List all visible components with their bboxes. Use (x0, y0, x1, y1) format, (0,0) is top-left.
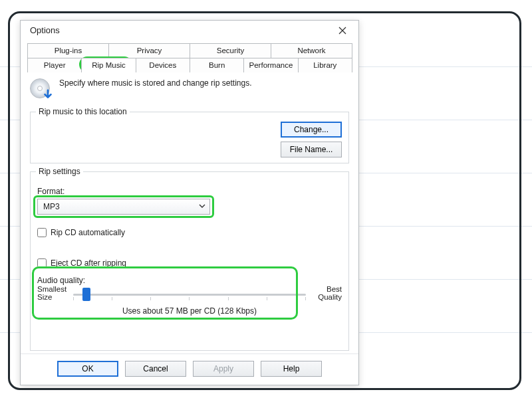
dialog-buttons: OK Cancel Apply Help (21, 353, 358, 385)
aq-left-2: Size (37, 293, 52, 301)
help-button[interactable]: Help (261, 361, 322, 377)
tabstrip: Plug-ins Privacy Security Network Player… (27, 43, 352, 72)
chevron-down-icon (199, 202, 205, 211)
apply-button[interactable]: Apply (193, 361, 254, 377)
format-select[interactable]: MP3 (37, 199, 210, 215)
eject-label: Eject CD after ripping (51, 258, 126, 268)
close-button[interactable] (331, 23, 354, 39)
audio-quality-slider[interactable] (73, 288, 306, 302)
eject-checkbox[interactable] (37, 258, 47, 268)
group-rip-settings-legend: Rip settings (36, 167, 83, 176)
info-text: Specify where music is stored and change… (59, 78, 251, 88)
rip-cd-icon (30, 78, 53, 101)
dialog-title: Options (30, 25, 60, 35)
rip-auto-label: Rip CD automatically (51, 228, 125, 237)
tab-plugins[interactable]: Plug-ins (27, 43, 109, 58)
rip-auto-checkbox[interactable] (37, 228, 47, 237)
aq-right-2: Quality (318, 293, 342, 301)
tab-privacy[interactable]: Privacy (108, 43, 190, 58)
group-audio-quality: Audio quality: Smallest Size (37, 269, 342, 316)
tab-content: Specify where music is stored and change… (21, 72, 358, 353)
group-rip-settings: Rip settings Format: MP3 Rip CD automati… (30, 171, 349, 351)
rip-auto-row[interactable]: Rip CD automatically (37, 228, 342, 237)
slider-thumb[interactable] (82, 288, 90, 301)
tab-security[interactable]: Security (190, 43, 271, 58)
tab-burn[interactable]: Burn (190, 58, 244, 72)
tab-rip-music[interactable]: Rip Music (81, 58, 136, 72)
titlebar: Options (21, 21, 358, 41)
audio-quality-caption: Uses about 57 MB per CD (128 Kbps) (37, 306, 342, 316)
format-value: MP3 (43, 202, 60, 211)
close-icon (338, 27, 346, 35)
tab-network[interactable]: Network (271, 43, 352, 58)
audio-quality-legend: Audio quality: (37, 276, 342, 285)
aq-left-1: Smallest (37, 285, 66, 293)
tab-performance[interactable]: Performance (243, 58, 298, 72)
tab-player[interactable]: Player (27, 58, 82, 72)
aq-right-1: Best (327, 285, 342, 293)
change-button[interactable]: Change... (281, 122, 342, 138)
eject-row[interactable]: Eject CD after ripping (37, 258, 342, 268)
cancel-button[interactable]: Cancel (125, 361, 186, 377)
tab-library[interactable]: Library (298, 58, 352, 72)
format-label: Format: (37, 187, 342, 196)
group-rip-location-legend: Rip music to this location (36, 107, 130, 116)
file-name-button[interactable]: File Name... (281, 142, 342, 157)
options-dialog: Options Plug-ins Privacy Security Networ… (20, 20, 359, 385)
info-row: Specify where music is stored and change… (30, 78, 349, 101)
group-rip-location: Rip music to this location Change... Fil… (30, 112, 349, 163)
ok-button[interactable]: OK (57, 361, 118, 377)
tab-devices[interactable]: Devices (136, 58, 190, 72)
